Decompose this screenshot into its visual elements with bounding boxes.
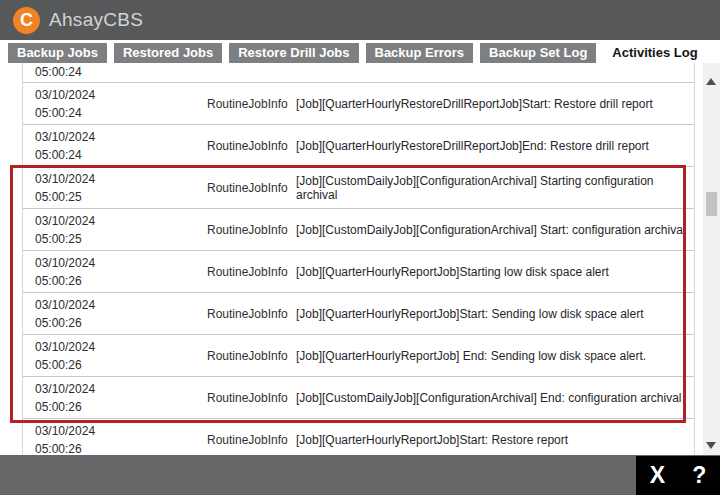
tab-backup-set-log[interactable]: Backup Set Log <box>480 43 596 63</box>
log-date: 03/10/2024 <box>35 254 207 272</box>
log-row: 03/10/2024 05:00:26 RoutineJobInfo [Job]… <box>23 251 694 293</box>
log-time: 05:00:26 <box>35 440 207 456</box>
log-row: 03/10/2024 05:00:25 RoutineJobInfo [Job]… <box>23 209 694 251</box>
log-type: RoutineJobInfo <box>207 139 296 153</box>
log-type: RoutineJobInfo <box>207 433 296 447</box>
activities-log-panel: 05:00:24 03/10/2024 05:00:24 RoutineJobI… <box>0 63 720 455</box>
log-date: 03/10/2024 <box>35 212 207 230</box>
log-message: [Job][CustomDailyJob][ConfigurationArchi… <box>296 391 694 405</box>
log-time: 05:00:25 <box>35 188 207 206</box>
log-time: 05:00:26 <box>35 356 207 374</box>
log-row: 03/10/2024 05:00:24 RoutineJobInfo [Job]… <box>23 125 694 167</box>
log-message: [Job][CustomDailyJob][ConfigurationArchi… <box>296 223 694 237</box>
log-type: RoutineJobInfo <box>207 97 296 111</box>
log-time: 05:00:24 <box>35 104 207 122</box>
scrollbar-thumb[interactable] <box>706 192 717 216</box>
app-title: AhsayCBS <box>49 9 143 31</box>
log-message: [Job][CustomDailyJob][ConfigurationArchi… <box>296 174 694 202</box>
ahsaycbs-window: C AhsayCBS Backup JobsRestored JobsResto… <box>0 0 720 495</box>
log-rows: 05:00:24 03/10/2024 05:00:24 RoutineJobI… <box>0 63 720 455</box>
log-row: 03/10/2024 05:00:26 RoutineJobInfo [Job]… <box>23 335 694 377</box>
tab-backup-jobs[interactable]: Backup Jobs <box>8 43 107 63</box>
table-left-border <box>22 63 23 455</box>
log-row: 03/10/2024 05:00:24 RoutineJobInfo [Job]… <box>23 83 694 125</box>
log-time: 05:00:26 <box>35 314 207 332</box>
log-row: 03/10/2024 05:00:25 RoutineJobInfo [Job]… <box>23 167 694 209</box>
log-type: RoutineJobInfo <box>207 391 296 405</box>
tab-backup-errors[interactable]: Backup Errors <box>366 43 474 63</box>
log-row: 03/10/2024 05:00:26 RoutineJobInfo [Job]… <box>23 377 694 419</box>
log-date: 03/10/2024 <box>35 170 207 188</box>
log-message: [Job][QuarterHourlyRestoreDrillReportJob… <box>296 139 694 153</box>
log-date: 03/10/2024 <box>35 296 207 314</box>
log-message: [Job][QuarterHourlyReportJob] End: Sendi… <box>296 349 694 363</box>
log-date: 03/10/2024 <box>35 86 207 104</box>
footer-bar: X ? <box>0 455 720 495</box>
close-button[interactable]: X <box>650 464 665 487</box>
log-date: 03/10/2024 <box>35 338 207 356</box>
log-row: 03/10/2024 05:00:26 RoutineJobInfo [Job]… <box>23 419 694 455</box>
app-header: C AhsayCBS <box>0 0 720 40</box>
log-message: [Job][QuarterHourlyReportJob]Starting lo… <box>296 265 694 279</box>
log-time: 05:00:26 <box>35 272 207 290</box>
scroll-up-icon[interactable] <box>706 78 716 85</box>
help-button[interactable]: ? <box>692 464 706 487</box>
log-message: [Job][QuarterHourlyRestoreDrillReportJob… <box>296 97 694 111</box>
log-date: 03/10/2024 <box>35 128 207 146</box>
tab-bar: Backup JobsRestored JobsRestore Drill Jo… <box>8 43 720 63</box>
log-time: 05:00:26 <box>35 398 207 416</box>
log-type: RoutineJobInfo <box>207 349 296 363</box>
table-right-border <box>694 63 695 455</box>
log-type: RoutineJobInfo <box>207 181 296 195</box>
log-row-partial: 05:00:24 <box>23 63 694 83</box>
log-type: RoutineJobInfo <box>207 265 296 279</box>
log-message: [Job][QuarterHourlyReportJob]Start: Send… <box>296 307 694 321</box>
vertical-scrollbar[interactable] <box>703 63 720 455</box>
tab-restored-jobs[interactable]: Restored Jobs <box>114 43 222 63</box>
log-type: RoutineJobInfo <box>207 307 296 321</box>
log-date: 03/10/2024 <box>35 422 207 440</box>
log-date: 03/10/2024 <box>35 380 207 398</box>
help-box: X ? <box>636 456 720 495</box>
log-message: [Job][QuarterHourlyReportJob]Start: Rest… <box>296 433 694 447</box>
log-row: 03/10/2024 05:00:26 RoutineJobInfo [Job]… <box>23 293 694 335</box>
log-time: 05:00:24 <box>35 146 207 164</box>
log-time: 05:00:24 <box>35 63 207 81</box>
scroll-down-icon[interactable] <box>706 442 716 449</box>
ahsaycbs-logo-icon: C <box>13 7 40 34</box>
log-type: RoutineJobInfo <box>207 223 296 237</box>
tab-restore-drill-jobs[interactable]: Restore Drill Jobs <box>229 43 358 63</box>
log-time: 05:00:25 <box>35 230 207 248</box>
tab-activities-log[interactable]: Activities Log <box>603 43 706 63</box>
